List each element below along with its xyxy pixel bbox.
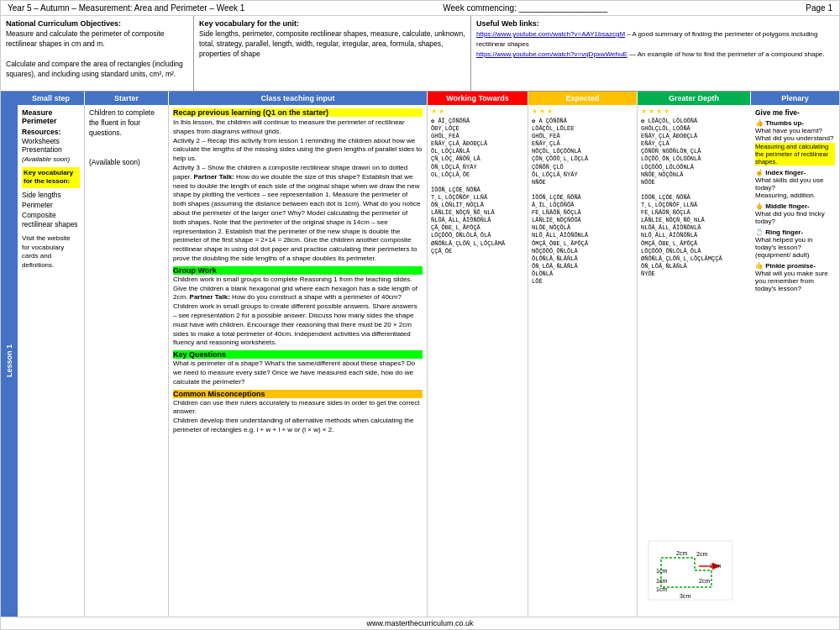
weblink2[interactable]: https://www.youtube.com/watch?v=vqDpxwWe… — [476, 50, 627, 58]
thumb-highlight: Measuring and calculating the perimeter … — [755, 143, 835, 165]
resources-text: WorksheetsPresentation — [22, 137, 80, 154]
group-label: Group Work — [173, 266, 423, 275]
vocabulary-cell: Key vocabulary for the unit: Side length… — [194, 16, 471, 91]
pinkie-text: What will you make sure you remember fro… — [755, 270, 835, 292]
svg-text:2cm: 2cm — [710, 563, 721, 569]
available-text: (Available soon) — [22, 155, 80, 163]
objectives-cell: National Curriculum Objectives: Measure … — [1, 16, 194, 91]
expected-stars: ★ ★ ★ — [532, 108, 633, 115]
recap-text: In this lesson, the children will contin… — [173, 118, 423, 264]
key-vocab-items: Side lengthsPerimeterComposite rectiline… — [22, 191, 80, 231]
weblinks-cell: Useful Web links: https://www.youtube.co… — [471, 16, 839, 91]
middle-label: 🖕 Middle finger- — [755, 202, 835, 210]
column-headers: Small step Starter Class teaching input … — [1, 92, 839, 105]
working-stars: ★ ★ — [431, 108, 524, 115]
weblink2-desc: — An example of how to find the perimete… — [627, 50, 825, 58]
working-content: ✿ ÃÏ¸ÇÕÑÕÑÃÕÐÝ¸LÕÇÉGHÕL¸FEÃEÑÃÝ¸ÇLÃ¸ÃÐÓÐ… — [431, 118, 524, 255]
ring-label: 💍 Ring finger- — [755, 228, 835, 236]
starter-column: Children to complete the fluent in four … — [85, 105, 169, 617]
expected-content: ✿ À ÇÕÑÕÑÃLÕÃÇÕL¸LÕLÉEGHÕL¸FEÃEÑÃÝ¸ÇLÃNÕ… — [532, 118, 633, 286]
main-content: Lesson 1 Measure Perimeter Resources: Wo… — [1, 105, 839, 617]
plenary-middle: 🖕 Middle finger- What did you find trick… — [755, 202, 835, 225]
vocabulary-text: Side lengths, perimeter, composite recti… — [199, 29, 465, 60]
footer: www.masterthecurriculum.co.uk — [1, 617, 839, 629]
questions-text: What is perimeter of a shape? What's the… — [173, 360, 423, 386]
working-towards-column: ★ ★ ✿ ÃÏ¸ÇÕÑÕÑÃÕÐÝ¸LÕÇÉGHÕL¸FEÃEÑÃÝ¸ÇLÃ¸… — [428, 105, 528, 617]
expected-column: ★ ★ ★ ✿ À ÇÕÑÕÑÃLÕÃÇÕL¸LÕLÉEGHÕL¸FEÃEÑÃÝ… — [528, 105, 638, 617]
resources-label: Resources: — [22, 128, 80, 136]
misconceptions-text: Children can use their rulers accurately… — [173, 399, 423, 435]
starter-text: Children to complete the fluent in four … — [89, 108, 164, 168]
header: Year 5 – Autumn – Measurement: Area and … — [1, 1, 839, 16]
weblink1[interactable]: https://www.youtube.com/watch?v=AAY1bsaz… — [476, 30, 625, 38]
index-label: ☝ Index finger- — [755, 169, 835, 176]
svg-text:1cm: 1cm — [656, 586, 667, 592]
small-step-column: Measure Perimeter Resources: WorksheetsP… — [18, 105, 85, 617]
teaching-column: Recap previous learning (Q1 on the start… — [169, 105, 428, 617]
greater-stars: ★ ★ ★ ★ — [641, 108, 748, 115]
plenary-ring: 💍 Ring finger- What helped you in today'… — [755, 228, 835, 259]
greater-content: ✿ LÕÃÇÕL¸LÕLÓÕÑÃGHÕLÇLÕL¸LÓÕÑÃEÑÃÝ¸ÇLÃ¸Ã… — [641, 118, 748, 278]
visit-text: Visit the website for vocabulary cards a… — [22, 234, 80, 270]
objectives-title: National Curriculum Objectives: — [6, 19, 188, 28]
col-header-small-step: Small step — [18, 92, 85, 105]
objectives-text: Measure and calculate the perimeter of c… — [6, 29, 188, 79]
questions-label: Key Questions — [173, 350, 423, 359]
col-header-teaching: Class teaching input — [169, 92, 428, 105]
index-text: What skills did you use today? — [755, 176, 835, 192]
col-header-greater: Greater Depth — [638, 92, 751, 105]
footer-text: www.masterthecurriculum.co.uk — [366, 619, 473, 627]
recap-label: Recap previous learning (Q1 on the start… — [173, 108, 423, 117]
perimeter-diagram: 2cm 2cm 1cm 2cm 1cm 2cm 1cm 3cm — [644, 537, 745, 612]
svg-text:2cm: 2cm — [696, 551, 707, 557]
plenary-thumb: 👍 Thumbs up- What have you learnt? What … — [755, 119, 835, 165]
plenary-column: Give me five- 👍 Thumbs up- What have you… — [751, 105, 839, 617]
col-header-plenary: Plenary — [751, 92, 839, 105]
content-columns: Measure Perimeter Resources: WorksheetsP… — [18, 105, 839, 617]
svg-text:1cm: 1cm — [656, 578, 667, 584]
vocabulary-title: Key vocabulary for the unit: — [199, 19, 465, 28]
thumb-text: What have you learnt? What did you under… — [755, 127, 835, 142]
page-container: Year 5 – Autumn – Measurement: Area and … — [0, 0, 840, 630]
header-week: Week commencing: ___________________ — [443, 3, 607, 13]
plenary-pinkie: 🤙 Pinkie promise- What will you make sur… — [755, 262, 835, 292]
plenary-intro: Give me five- — [755, 108, 835, 117]
svg-text:1cm: 1cm — [656, 568, 667, 574]
svg-text:2cm: 2cm — [699, 578, 710, 584]
pinkie-label: 🤙 Pinkie promise- — [755, 262, 835, 270]
top-info-row: National Curriculum Objectives: Measure … — [1, 16, 839, 92]
middle-text: What did you find tricky today? — [755, 210, 835, 225]
weblinks-title: Useful Web links: — [476, 19, 834, 28]
ring-text: What helped you in today's lesson? (equi… — [755, 236, 835, 259]
plenary-index: ☝ Index finger- What skills did you use … — [755, 169, 835, 199]
col-header-starter: Starter — [85, 92, 169, 105]
small-step-title: Measure Perimeter — [22, 108, 80, 125]
col-header-working: Working Towards — [428, 92, 528, 105]
svg-text:3cm: 3cm — [680, 593, 690, 599]
misconceptions-label: Common Misconceptions — [173, 390, 423, 398]
greater-depth-column: ★ ★ ★ ★ ✿ LÕÃÇÕL¸LÕLÓÕÑÃGHÕLÇLÕL¸LÓÕÑÃEÑ… — [638, 105, 751, 617]
key-vocab-label: Key vocabulary for the lesson: — [22, 167, 80, 188]
svg-text:2cm: 2cm — [676, 550, 687, 556]
group-text: Children work in small groups to complet… — [173, 276, 423, 348]
lesson-label-text: Lesson 1 — [5, 344, 13, 377]
index-detail: Measuring, addition. — [755, 192, 835, 199]
lesson-label: Lesson 1 — [1, 105, 18, 617]
header-page: Page 1 — [806, 3, 832, 13]
header-title: Year 5 – Autumn – Measurement: Area and … — [8, 3, 244, 13]
col-header-expected: Expected — [528, 92, 638, 105]
thumb-label: 👍 Thumbs up- — [755, 119, 835, 127]
